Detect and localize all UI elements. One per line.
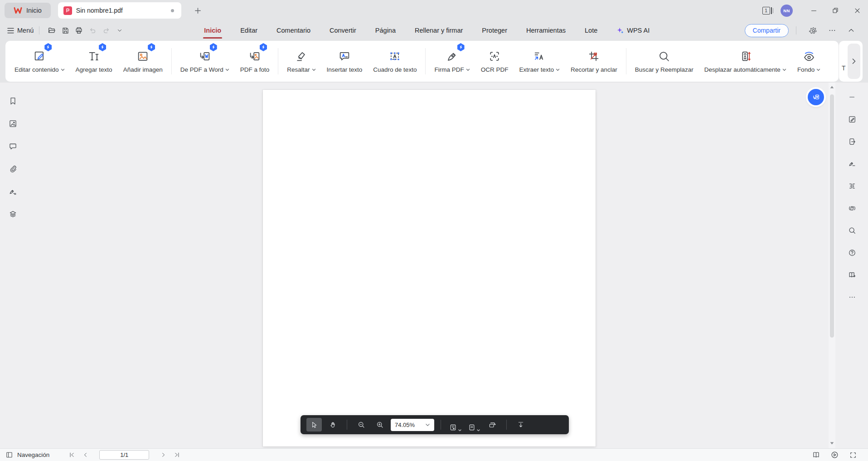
collapse-ribbon-button[interactable] [844,23,858,38]
settings-button[interactable] [806,23,820,38]
tab-rellenar-y-firmar[interactable]: Rellenar y firmar [405,21,472,40]
ribbon-button-fondo[interactable]: Fondo [792,43,826,79]
comments-panel-button[interactable] [7,141,18,152]
ribbon-button-ocr-pdf[interactable]: OCR PDF [475,43,514,79]
tab-lote[interactable]: Lote [575,21,607,40]
help-button[interactable] [847,247,858,258]
bookmark-icon [8,96,18,106]
previous-page-button[interactable] [78,450,92,461]
cursor-icon [310,421,318,429]
pdf-page[interactable] [263,90,596,446]
tab-herramientas[interactable]: Herramientas [517,21,575,40]
last-page-button[interactable] [170,450,184,461]
ribbon-button-cuadro-de-texto[interactable]: Cuadro de texto [368,43,422,79]
crop-anchor-icon [587,47,601,63]
ribbon-button-buscar-y-reemplazar[interactable]: Buscar y Reemplazar [630,43,699,79]
scroll-down-arrow-icon[interactable] [829,440,835,446]
fit-page-button[interactable] [447,418,463,432]
ribbon-button-anadir-imagen[interactable]: Añadir imagen [118,43,168,79]
bookshelf-button[interactable] [847,270,858,280]
new-tab-button[interactable] [191,4,205,17]
tab-comentario[interactable]: Comentario [267,21,320,40]
zoom-in-button[interactable] [372,418,388,432]
more-options-button[interactable] [825,23,839,38]
save-button[interactable] [58,24,72,37]
quick-convert-button[interactable] [808,89,824,105]
zoom-out-button[interactable] [354,418,369,432]
expand-ribbon-button[interactable] [848,44,860,79]
hand-tool-button[interactable] [325,418,340,432]
attachments-panel-button[interactable] [7,163,18,174]
signatures-panel-button[interactable] [7,186,18,197]
tab-inicio[interactable]: Inicio [194,21,231,40]
restore-button[interactable] [824,0,846,21]
help-icon [848,248,857,257]
edit-content-icon [33,47,46,63]
zoom-out-icon [357,421,365,429]
ribbon-button-extraer-texto[interactable]: Extraer texto [514,43,565,79]
scroll-mode-button[interactable] [513,418,529,432]
print-button[interactable] [72,24,86,37]
fullscreen-button[interactable] [849,451,857,459]
bookmarks-panel-button[interactable] [7,95,18,106]
share-button[interactable]: Compartir [745,24,789,37]
minimize-button[interactable] [803,0,824,21]
ribbon-button-agregar-texto[interactable]: Agregar texto [70,43,118,79]
scroll-up-arrow-icon[interactable] [829,84,835,90]
close-button[interactable] [846,0,868,21]
tab-proteger[interactable]: Proteger [472,21,517,40]
rotate-page-button[interactable] [485,418,500,432]
tab-editar[interactable]: Editar [231,21,267,40]
ribbon-button-pdf-a-foto[interactable]: PDF a foto [235,43,275,79]
ribbon-button-insertar-texto[interactable]: Insertar texto [321,43,368,79]
collapse-panel-button[interactable] [847,92,858,103]
search-panel-button[interactable] [847,225,858,236]
next-page-button[interactable] [156,450,170,461]
ribbon-button-label: PDF a foto [240,66,270,73]
page-indicator-field[interactable]: 1/1 [99,450,149,460]
tab-pagina[interactable]: Página [366,21,405,40]
zoom-level-select[interactable]: 74.05% [391,419,434,431]
scrollbar-thumb[interactable] [830,94,834,338]
document-tab[interactable]: Sin nombre1.pdf [58,2,181,19]
thumbnails-panel-button[interactable] [7,118,18,129]
presentation-button[interactable] [830,451,839,459]
export-doc-button[interactable] [847,136,858,147]
tab-convertir[interactable]: Convertir [320,21,366,40]
navigation-toggle[interactable]: Navegación [5,451,49,459]
ribbon-button-desplazar-automaticamente[interactable]: Desplazar automáticamente [699,43,792,79]
statusbar: Navegación 1/1 [0,448,868,461]
chevron-down-icon [312,69,316,71]
quickbar-dropdown-button[interactable] [113,24,126,37]
avatar[interactable]: NN [781,5,793,17]
read-mode-button[interactable] [812,451,820,459]
vertical-scrollbar[interactable] [829,83,835,448]
ribbon-button-firma-pdf[interactable]: Firma PDF [429,43,475,79]
menubar: Menú Inicio Editar Comentario Convertir … [0,21,868,40]
sign-panel-button[interactable] [847,158,858,169]
tab-wps-ai[interactable]: WPS AI [607,21,659,40]
select-tool-button[interactable] [306,418,322,432]
redo-button[interactable] [99,24,113,37]
ribbon-button-resaltar[interactable]: Resaltar [281,43,321,79]
search-icon [657,47,671,63]
wps-logo-icon [14,7,22,15]
home-tab[interactable]: Inicio [5,3,51,18]
layers-panel-button[interactable] [7,209,18,220]
page-display-button[interactable] [466,418,481,432]
main-menu-button[interactable]: Menú [7,27,34,34]
ribbon-button-pdf-a-word[interactable]: De PDF a Word [175,43,235,79]
tab-switcher-button[interactable]: 1 [762,7,774,15]
open-file-button[interactable] [45,24,58,37]
undo-button[interactable] [86,24,99,37]
avatar-initials: NN [783,8,790,13]
reflow-panel-button[interactable] [847,181,858,191]
ribbon-button-editar-contenido[interactable]: Editar contenido [9,43,70,79]
first-page-button[interactable] [65,450,78,461]
more-tools-button[interactable] [847,292,858,303]
save-icon [61,26,70,35]
edit-panel-button[interactable] [847,114,858,125]
ribbon-button-recortar-y-anclar[interactable]: Recortar y anclar [565,43,623,79]
read-aloud-button[interactable] [847,203,858,214]
ribbon-button-label: OCR PDF [481,66,509,73]
